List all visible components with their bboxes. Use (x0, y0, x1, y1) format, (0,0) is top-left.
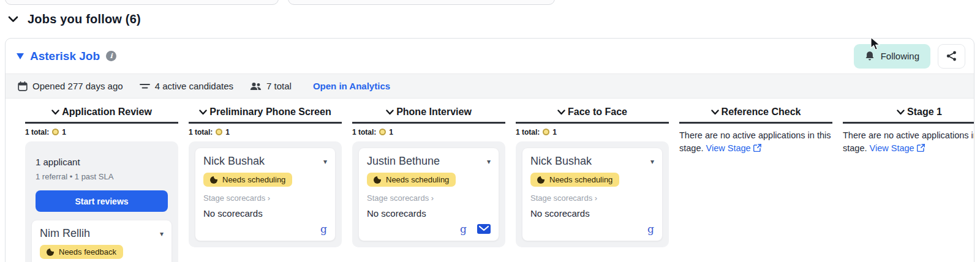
collapse-triangle-icon[interactable] (17, 53, 24, 59)
waiting-moon-icon (374, 176, 381, 184)
badge-label: Needs scheduling (222, 175, 285, 184)
following-button[interactable]: Following (854, 44, 930, 69)
stage-container: Justin Bethune ▾ Needs scheduling Stage … (352, 141, 505, 247)
status-dot-icon (543, 129, 549, 135)
stage-header-phone-interview[interactable]: Phone Interview (352, 107, 505, 124)
share-button[interactable] (938, 44, 965, 69)
candidate-card[interactable]: Nick Bushak ▾ Needs scheduling Stage sco… (522, 148, 663, 241)
view-stage-label: View Stage (870, 143, 914, 153)
total-label: 1 total: (189, 128, 213, 137)
stage-column-application-review: Application Review 1 total: 1 1 applican… (25, 107, 178, 262)
chevron-down-icon (557, 110, 565, 115)
stage-scorecards-link[interactable]: Stage scorecards › (367, 193, 491, 203)
stage-header-reference-check[interactable]: Reference Check (679, 107, 832, 124)
info-icon[interactable]: i (106, 51, 116, 61)
chevron-down-icon (711, 110, 719, 115)
external-link-icon (753, 144, 761, 152)
stage-container: 1 applicant 1 referral • 1 past SLA Star… (25, 141, 178, 262)
share-icon (946, 51, 957, 61)
stage-total: 1 total: 1 (25, 127, 178, 137)
opened-meta: Opened 277 days ago (18, 81, 123, 91)
total-count: 1 (389, 128, 393, 137)
total-label: 1 total: (352, 128, 376, 137)
chevron-down-icon (897, 110, 905, 115)
active-candidates-label: 4 active candidates (155, 81, 233, 91)
applicant-count: 1 applicant (36, 157, 168, 167)
filter-icon (140, 83, 150, 90)
start-reviews-button[interactable]: Start reviews (36, 190, 168, 212)
stage-header-stage-1[interactable]: Stage 1 (843, 107, 974, 124)
total-candidates-label: 7 total (266, 81, 292, 91)
candidate-card[interactable]: Nim Rellih ▾ Needs feedback Stage scorec… (31, 220, 172, 262)
following-label: Following (881, 51, 919, 61)
job-title-link[interactable]: Asterisk Job (30, 50, 100, 63)
candidate-card[interactable]: Nick Bushak ▾ Needs scheduling Stage sco… (195, 148, 336, 241)
empty-stage-message: There are no active applications in this… (679, 129, 832, 155)
candidate-name[interactable]: Nick Bushak (203, 155, 265, 168)
stage-scorecards-link[interactable]: Stage scorecards › (530, 193, 654, 203)
no-scorecards-text: No scorecards (530, 208, 654, 219)
stage-container: Nick Bushak ▾ Needs scheduling Stage sco… (189, 141, 342, 247)
stage-column-phone-interview: Phone Interview 1 total: 1 Justin Bethun… (352, 107, 505, 262)
chevron-down-icon (386, 110, 394, 115)
opened-label: Opened 277 days ago (32, 81, 123, 91)
stage-total: 1 total: 1 (189, 127, 342, 137)
total-label: 1 total: (516, 128, 540, 137)
people-icon (250, 82, 262, 91)
total-count: 1 (62, 128, 66, 137)
view-stage-label: View Stage (706, 143, 751, 153)
caret-down-icon[interactable]: ▾ (160, 230, 164, 238)
scheduling-g-icon[interactable]: g (320, 224, 327, 234)
applicant-summary: 1 applicant 1 referral • 1 past SLA Star… (31, 148, 172, 220)
status-dot-icon (379, 129, 386, 135)
chevron-down-icon[interactable] (8, 16, 18, 23)
active-candidates-meta: 4 active candidates (140, 81, 233, 91)
external-link-icon (917, 144, 925, 152)
stage-container: Nick Bushak ▾ Needs scheduling Stage sco… (516, 141, 669, 247)
candidate-name[interactable]: Nick Bushak (530, 155, 592, 168)
stage-header-preliminary-phone-screen[interactable]: Preliminary Phone Screen (189, 107, 342, 124)
bell-icon (865, 51, 875, 61)
applicant-details: 1 referral • 1 past SLA (36, 172, 168, 181)
status-badge: Needs scheduling (203, 173, 292, 187)
chevron-down-icon (51, 110, 59, 115)
caret-down-icon[interactable]: ▾ (487, 157, 491, 166)
stage-header-face-to-face[interactable]: Face to Face (516, 107, 669, 124)
empty-stage-message: There are no active applications in this… (843, 129, 974, 155)
total-count: 1 (225, 128, 230, 137)
stage-name: Face to Face (568, 107, 627, 118)
candidate-name[interactable]: Justin Bethune (367, 155, 440, 168)
stage-name: Reference Check (722, 107, 801, 118)
no-scorecards-text: No scorecards (203, 208, 327, 219)
stage-column-stage-1: Stage 1 There are no active applications… (843, 107, 974, 262)
caret-down-icon[interactable]: ▾ (323, 157, 327, 166)
scheduling-g-icon[interactable]: g (647, 224, 654, 234)
stage-name: Preliminary Phone Screen (209, 107, 331, 118)
status-dot-icon (52, 129, 59, 135)
waiting-moon-icon (537, 176, 545, 184)
stage-scorecards-link[interactable]: Stage scorecards › (203, 193, 327, 203)
stage-total: 1 total: 1 (516, 127, 669, 137)
chevron-down-icon (199, 110, 207, 115)
stage-total: 1 total: 1 (352, 127, 505, 137)
badge-label: Needs scheduling (386, 175, 449, 184)
email-icon[interactable] (477, 224, 491, 234)
section-title: Jobs you follow (6) (28, 12, 141, 26)
caret-down-icon[interactable]: ▾ (650, 157, 654, 166)
pipeline-board: Application Review 1 total: 1 1 applican… (6, 99, 974, 262)
stage-name: Stage 1 (907, 107, 942, 118)
candidate-card[interactable]: Justin Bethune ▾ Needs scheduling Stage … (358, 148, 499, 241)
view-stage-link[interactable]: View Stage (706, 143, 761, 153)
open-in-analytics-link[interactable]: Open in Analytics (313, 81, 390, 91)
stage-header-application-review[interactable]: Application Review (25, 107, 178, 124)
stage-column-reference-check: Reference Check There are no active appl… (679, 107, 832, 262)
cropped-card-above-left (5, 0, 279, 5)
total-candidates-meta: 7 total (250, 81, 292, 91)
view-stage-link[interactable]: View Stage (870, 143, 925, 153)
total-label: 1 total: (25, 128, 49, 137)
stage-column-face-to-face: Face to Face 1 total: 1 Nick Bushak ▾ Ne… (516, 107, 669, 262)
scheduling-g-icon[interactable]: g (460, 224, 467, 234)
badge-label: Needs scheduling (549, 175, 612, 184)
candidate-name[interactable]: Nim Rellih (40, 227, 90, 240)
jobs-you-follow-header: Jobs you follow (6) (8, 12, 141, 26)
